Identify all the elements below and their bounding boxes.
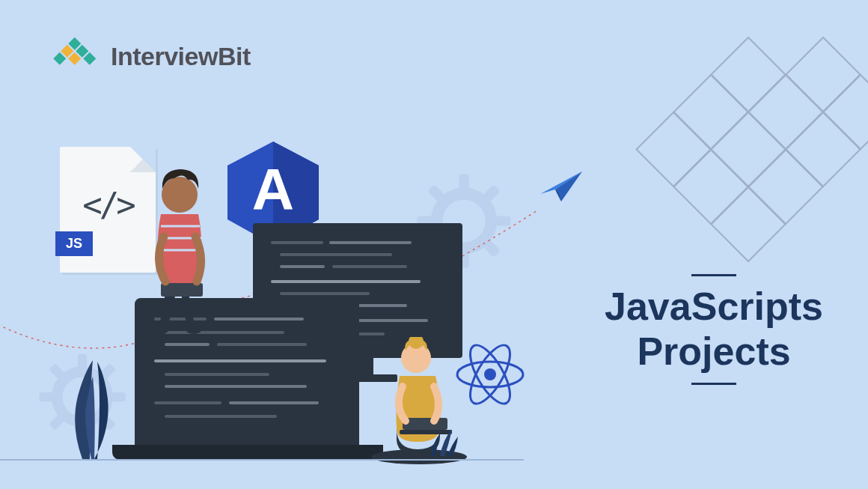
hero-title: JavaScripts Projects [605, 285, 823, 374]
svg-point-47 [484, 368, 496, 380]
floor-line [0, 459, 524, 461]
leaf-decor [427, 423, 459, 461]
logo-mark-icon [52, 37, 103, 75]
js-badge: JS [55, 231, 93, 256]
title-rule-bottom [691, 383, 736, 385]
plant-decor [67, 354, 120, 462]
react-icon [453, 337, 528, 415]
svg-rect-5 [637, 112, 711, 186]
svg-rect-1 [786, 37, 861, 112]
svg-rect-9 [749, 150, 823, 224]
logo: InterviewBit [52, 37, 251, 75]
svg-rect-10 [712, 187, 786, 261]
svg-rect-6 [712, 112, 786, 186]
diamond-grid-decor [599, 7, 868, 277]
svg-rect-23 [39, 392, 53, 401]
svg-text:A: A [252, 157, 294, 222]
svg-rect-8 [674, 150, 748, 224]
svg-point-35 [162, 177, 198, 213]
svg-rect-15 [495, 216, 511, 226]
laptop-base [112, 445, 383, 460]
title-line-1: JavaScripts [605, 285, 823, 329]
svg-rect-0 [712, 37, 786, 112]
svg-point-38 [186, 326, 201, 334]
svg-point-37 [153, 326, 168, 334]
svg-rect-7 [786, 112, 861, 186]
svg-rect-3 [749, 75, 823, 149]
paper-plane-icon [539, 168, 584, 207]
title-line-2: Projects [605, 329, 823, 374]
svg-rect-12 [459, 174, 469, 190]
svg-rect-4 [824, 75, 868, 149]
title-rule-top [691, 274, 736, 276]
svg-rect-2 [674, 75, 748, 149]
person-illustration [131, 162, 236, 337]
logo-text: InterviewBit [111, 42, 251, 71]
